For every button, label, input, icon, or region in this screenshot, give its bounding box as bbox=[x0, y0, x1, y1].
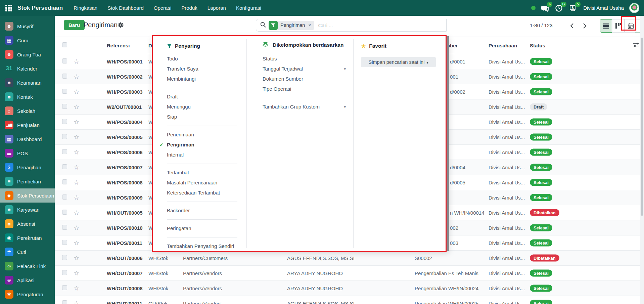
top-menu-item-ringkasan[interactable]: Ringkasan bbox=[74, 5, 97, 11]
row-checkbox[interactable] bbox=[62, 74, 67, 79]
column-header-status[interactable]: Status bbox=[530, 43, 545, 48]
filter-item-backorder[interactable]: Backorder bbox=[167, 206, 244, 216]
table-row[interactable]: ☆ WH/OUT/00008 WH/Stok Partners/Vendors … bbox=[55, 281, 644, 296]
apps-grid-icon[interactable] bbox=[5, 5, 12, 11]
favorite-star-toggle[interactable]: ☆ bbox=[74, 194, 79, 201]
favorite-star-toggle[interactable]: ☆ bbox=[74, 73, 79, 80]
sidebar-item-pelacak-link[interactable]: ∞ Pelacak Link bbox=[0, 259, 55, 273]
favorite-star-toggle[interactable]: ☆ bbox=[74, 285, 79, 292]
filter-item-penerimaan[interactable]: Penerimaan bbox=[167, 130, 244, 140]
groupby-item-dokumen-sumber[interactable]: Dokumen Sumber bbox=[263, 74, 351, 84]
sidebar-item-karyawan[interactable]: ☻ Karyawan bbox=[0, 203, 55, 217]
messages-icon[interactable]: 6 bbox=[541, 4, 550, 12]
sidebar-item-sekolah[interactable]: ⌂ Sekolah bbox=[0, 104, 55, 118]
row-checkbox[interactable] bbox=[62, 119, 67, 124]
row-checkbox[interactable] bbox=[62, 164, 67, 169]
favorite-star-toggle[interactable]: ☆ bbox=[74, 149, 79, 156]
favorite-star-toggle[interactable]: ☆ bbox=[74, 300, 79, 304]
sidebar-item-guru[interactable]: ▦ Guru bbox=[0, 33, 55, 47]
search-input[interactable] bbox=[318, 22, 446, 29]
filter-item-internal[interactable]: Internal bbox=[167, 150, 244, 160]
row-checkbox[interactable] bbox=[62, 285, 67, 290]
page-scrollbar[interactable] bbox=[640, 16, 644, 304]
sidebar-item-pengaturan[interactable]: ✱ Pengaturan bbox=[0, 287, 55, 301]
top-menu-item-laporan[interactable]: Laporan bbox=[208, 5, 226, 11]
table-row[interactable]: ☆ WH/OUT/00006 WH/Stok Partners/Customer… bbox=[55, 251, 644, 266]
filter-item-draft[interactable]: Draft bbox=[167, 92, 244, 102]
filter-item-siap[interactable]: Siap bbox=[167, 112, 244, 122]
sidebar-item-penjualan[interactable]: ▂▅▇ Penjualan bbox=[0, 118, 55, 132]
column-options-icon[interactable] bbox=[633, 42, 639, 49]
filter-item-masalah-perencanaan[interactable]: Masalah Perencanaan bbox=[167, 178, 244, 188]
sidebar-item-aplikasi[interactable]: ⊕ Aplikasi bbox=[0, 273, 55, 287]
panel-scrollbar[interactable] bbox=[446, 36, 449, 251]
column-header-dari[interactable]: D bbox=[148, 43, 152, 48]
groupby-item-tipe-operasi[interactable]: Tipe Operasi bbox=[263, 84, 351, 94]
app-title[interactable]: Stok Persediaan bbox=[17, 5, 63, 11]
row-checkbox[interactable] bbox=[62, 300, 67, 304]
favorite-star-toggle[interactable]: ☆ bbox=[74, 134, 79, 141]
sidebar-item-absensi[interactable]: ☻ Absensi bbox=[0, 217, 55, 231]
column-header-referensi[interactable]: Referensi bbox=[107, 43, 130, 48]
row-checkbox[interactable] bbox=[62, 104, 67, 109]
save-current-search-button[interactable]: Simpan pencarian saat ini▾ bbox=[361, 57, 436, 67]
filter-item-tambahkan-penyaring-sendiri[interactable]: Tambahkan Penyaring Sendiri bbox=[167, 241, 244, 251]
sidebar-item-stok-persediaan[interactable]: ◆ Stok Persediaan bbox=[0, 188, 55, 203]
favorite-star-toggle[interactable]: ☆ bbox=[74, 58, 79, 65]
row-checkbox[interactable] bbox=[62, 240, 67, 245]
activities-clock-icon[interactable]: 17 bbox=[555, 4, 564, 12]
favorite-star-toggle[interactable]: ☆ bbox=[74, 88, 79, 95]
facet-remove-icon[interactable]: × bbox=[308, 23, 314, 28]
favorite-star-toggle[interactable]: ☆ bbox=[74, 255, 79, 262]
sidebar-item-keamanan[interactable]: ☻ Keamanan bbox=[0, 76, 55, 90]
sidebar-item-pembelian[interactable]: ≡ Pembelian bbox=[0, 174, 55, 188]
view-list-button[interactable] bbox=[600, 19, 612, 33]
page-actions-gear-icon[interactable] bbox=[118, 22, 124, 29]
favorite-star-toggle[interactable]: ☆ bbox=[74, 224, 79, 231]
sidebar-item-penagihan[interactable]: $ Penagihan bbox=[0, 160, 55, 174]
filter-item-transfer-saya[interactable]: Transfer Saya bbox=[167, 64, 244, 74]
sidebar-item-kalender[interactable]: 31 Kalender bbox=[0, 61, 55, 76]
filter-item-ketersediaan-terlambat[interactable]: Ketersediaan Terlambat bbox=[167, 188, 244, 198]
search-facet-pengiriman[interactable]: Pengiriman × bbox=[269, 21, 314, 30]
favorite-star-toggle[interactable]: ☆ bbox=[74, 119, 79, 126]
user-avatar[interactable] bbox=[629, 3, 639, 13]
view-calendar-button[interactable] bbox=[625, 19, 637, 33]
view-kanban-button[interactable] bbox=[612, 19, 625, 33]
row-checkbox[interactable] bbox=[62, 270, 67, 275]
favorite-star-toggle[interactable]: ☆ bbox=[74, 240, 79, 247]
column-header-perusahaan[interactable]: Perusahaan bbox=[489, 43, 517, 48]
sidebar-item-pos[interactable]: ▄▄ POS bbox=[0, 146, 55, 160]
row-checkbox[interactable] bbox=[62, 210, 67, 215]
filter-item-membintangi[interactable]: Membintangi bbox=[167, 74, 244, 84]
row-checkbox[interactable] bbox=[62, 58, 67, 63]
row-checkbox[interactable] bbox=[62, 134, 67, 139]
sidebar-item-kontak[interactable]: ☻ Kontak bbox=[0, 90, 55, 104]
pager-previous-button[interactable] bbox=[566, 19, 578, 32]
favorite-star-toggle[interactable]: ☆ bbox=[74, 179, 79, 186]
filter-item-todo[interactable]: Todo bbox=[167, 54, 244, 64]
groupby-item-tanggal-terjadwal[interactable]: Tanggal Terjadwal ▾ bbox=[263, 64, 351, 74]
top-menu-item-stok-dashboard[interactable]: Stok Dashboard bbox=[107, 5, 144, 11]
row-checkbox[interactable] bbox=[62, 89, 67, 94]
row-checkbox[interactable] bbox=[62, 255, 67, 260]
sidebar-item-dashboard[interactable]: ▦ Dashboard bbox=[0, 132, 55, 146]
top-menu-item-operasi[interactable]: Operasi bbox=[154, 5, 172, 11]
new-record-button[interactable]: Baru bbox=[64, 20, 85, 30]
sidebar-item-orang-tua[interactable]: ☻ Orang Tua bbox=[0, 47, 55, 61]
company-name[interactable]: Divisi Amal Usaha bbox=[583, 5, 624, 11]
filter-item-pengiriman[interactable]: ✔ Pengiriman bbox=[167, 140, 244, 150]
favorite-star-toggle[interactable]: ☆ bbox=[74, 164, 79, 171]
sidebar-item-perekrutan[interactable]: ◉ Perekrutan bbox=[0, 231, 55, 245]
top-menu-item-produk[interactable]: Produk bbox=[181, 5, 197, 11]
select-all-checkbox[interactable] bbox=[62, 42, 67, 47]
filter-item-menunggu[interactable]: Menunggu bbox=[167, 102, 244, 112]
sidebar-item-cuti[interactable]: ☂ Cuti bbox=[0, 245, 55, 259]
sales-money-icon[interactable]: $ 5 bbox=[569, 4, 578, 12]
favorite-star-toggle[interactable]: ☆ bbox=[74, 270, 79, 277]
groupby-item-status[interactable]: Status bbox=[263, 54, 351, 64]
row-checkbox[interactable] bbox=[62, 225, 67, 230]
filter-item-terlambat[interactable]: Terlambat bbox=[167, 168, 244, 178]
pager-next-button[interactable] bbox=[579, 19, 591, 32]
table-row[interactable]: ☆ WH/OUT/00011 GU/Stok Partners/Vendors … bbox=[55, 296, 644, 304]
